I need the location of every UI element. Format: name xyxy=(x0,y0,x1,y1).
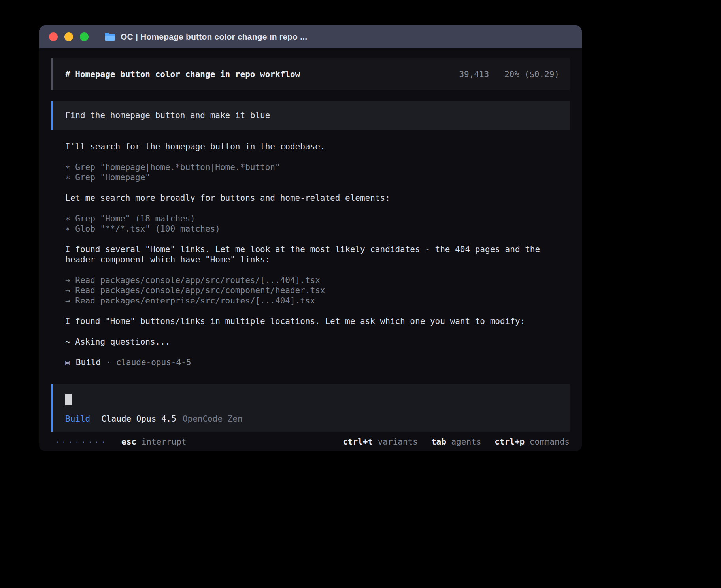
terminal-content: # Homepage button color change in repo w… xyxy=(39,48,582,451)
hint-commands: ctrl+p commands xyxy=(495,437,570,447)
window-title-text: OC | Homepage button color change in rep… xyxy=(121,32,307,41)
hint-variants: ctrl+t variants xyxy=(343,437,418,447)
agent-icon: ▣ xyxy=(65,357,70,368)
token-count: 39,413 xyxy=(459,70,489,79)
user-message-text: Find the homepage button and make it blu… xyxy=(65,111,270,120)
assistant-activity: ~ Asking questions... xyxy=(65,337,570,347)
provider-label: OpenCode Zen xyxy=(183,414,243,424)
user-message: Find the homepage button and make it blu… xyxy=(51,101,570,130)
assistant-response: I'll search for the homepage button in t… xyxy=(51,130,570,378)
assistant-paragraph: I found "Home" buttons/links in multiple… xyxy=(65,316,570,326)
status-bar: ········ esc interrupt ctrl+t variants t… xyxy=(51,432,570,451)
dot-separator: · xyxy=(106,357,111,368)
window-title: OC | Homepage button color change in rep… xyxy=(104,32,307,41)
tool-call-grep: ∗ Grep "Homepage" xyxy=(65,172,570,183)
terminal-window: OC | Homepage button color change in rep… xyxy=(39,25,582,451)
agent-mode-label: Build xyxy=(65,414,90,424)
model-label: Claude Opus 4.5 xyxy=(101,414,176,424)
session-stats: 39,413 20% ($0.29) xyxy=(459,70,559,79)
prompt-input[interactable]: Build Claude Opus 4.5 OpenCode Zen xyxy=(51,384,570,432)
text-cursor xyxy=(65,394,72,405)
zoom-button[interactable] xyxy=(80,32,89,41)
close-button[interactable] xyxy=(49,32,58,41)
session-title: # Homepage button color change in repo w… xyxy=(65,70,300,79)
agent-model: claude-opus-4-5 xyxy=(116,357,191,368)
status-bar-right: ctrl+t variants tab agents ctrl+p comman… xyxy=(343,437,570,447)
titlebar: OC | Homepage button color change in rep… xyxy=(39,25,582,48)
tool-call-group: ∗ Grep "Home" (18 matches) ∗ Glob "**/*.… xyxy=(65,213,570,234)
input-meta: Build Claude Opus 4.5 OpenCode Zen xyxy=(65,414,570,424)
tool-call-read: → Read packages/console/app/src/routes/[… xyxy=(65,275,570,285)
assistant-paragraph: I found several "Home" links. Let me loo… xyxy=(65,244,570,265)
tool-call-group: ∗ Grep "homepage|home.*button|Home.*butt… xyxy=(65,162,570,183)
progress-dots: ········ xyxy=(55,438,108,446)
minimize-button[interactable] xyxy=(64,32,73,41)
tool-call-read: → Read packages/console/app/src/componen… xyxy=(65,285,570,296)
status-bar-left: ········ esc interrupt xyxy=(51,437,186,447)
tool-call-group: → Read packages/console/app/src/routes/[… xyxy=(65,275,570,306)
assistant-paragraph: Let me search more broadly for buttons a… xyxy=(65,193,570,203)
agent-status-line: ▣ Build · claude-opus-4-5 xyxy=(65,357,570,368)
hint-agents: tab agents xyxy=(431,437,481,447)
context-usage: 20% ($0.29) xyxy=(504,70,559,79)
folder-icon xyxy=(104,32,115,41)
traffic-lights xyxy=(49,32,89,41)
tool-call-grep: ∗ Grep "homepage|home.*button|Home.*butt… xyxy=(65,162,570,172)
hint-interrupt: esc interrupt xyxy=(121,437,186,447)
session-header: # Homepage button color change in repo w… xyxy=(51,58,570,90)
tool-call-glob: ∗ Glob "**/*.tsx" (100 matches) xyxy=(65,224,570,234)
assistant-paragraph: I'll search for the homepage button in t… xyxy=(65,141,570,152)
tool-call-grep: ∗ Grep "Home" (18 matches) xyxy=(65,213,570,224)
tool-call-read: → Read packages/enterprise/src/routes/[.… xyxy=(65,296,570,306)
agent-name: Build xyxy=(76,357,101,368)
